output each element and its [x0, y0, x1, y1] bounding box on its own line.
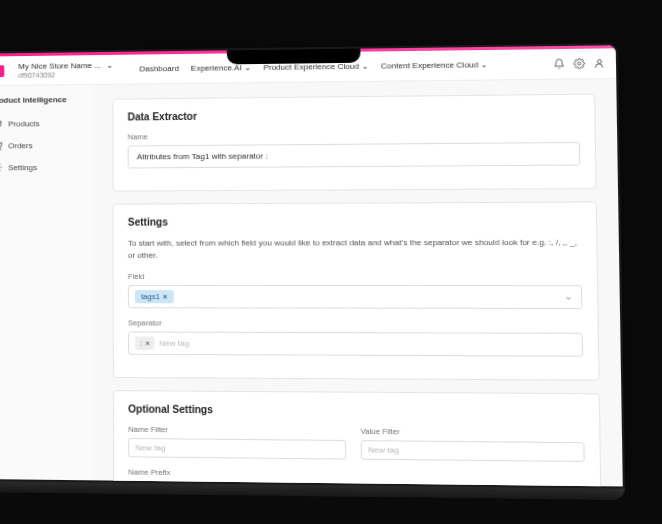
sidebar-item-label: Settings [8, 163, 37, 172]
chevron-down-icon: ⌄ [104, 60, 115, 71]
nav-content-cloud-label: Content Experience Cloud [381, 60, 479, 70]
name-filter-label: Name Filter [128, 425, 346, 436]
separator-input[interactable]: : × New tag [128, 331, 583, 356]
settings-card: Settings To start with, select from whic… [113, 201, 600, 380]
store-name-text: My Nice Store Name ... [18, 61, 101, 72]
value-filter-input[interactable]: New tag [361, 440, 585, 462]
brand-logo[interactable] [0, 65, 4, 77]
separator-tag-text: : [140, 339, 142, 348]
nav-experience-ai-label: Experience.AI [191, 63, 242, 73]
store-switcher[interactable]: My Nice Store Name ... ⌄ df90743092 [18, 60, 115, 80]
svg-point-0 [578, 62, 581, 65]
user-icon[interactable] [594, 58, 606, 69]
chevron-down-icon: ⌄ [361, 62, 368, 71]
nav-dashboard[interactable]: Dashboard [139, 64, 179, 73]
chevron-down-icon: ⌄ [244, 63, 251, 72]
main-content: Data Extractor Name Settings To start wi… [92, 79, 622, 486]
cart-icon [0, 140, 2, 150]
card-title: Settings [128, 215, 581, 228]
field-label: Field [128, 272, 582, 281]
field-select[interactable]: tags1 × [128, 285, 583, 309]
name-filter-placeholder: New tag [135, 443, 165, 452]
sidebar-item-label: Products [8, 119, 40, 128]
separator-placeholder: New tag [159, 339, 189, 348]
field-tag-text: tags1 [141, 292, 160, 301]
settings-description: To start with, select from which field y… [128, 237, 582, 262]
svg-point-1 [597, 60, 601, 64]
name-label: Name [128, 129, 580, 142]
separator-tag[interactable]: : × [135, 337, 155, 350]
sidebar-item-label: Orders [8, 141, 32, 150]
close-icon[interactable]: × [163, 292, 168, 301]
separator-label: Separator [128, 318, 583, 328]
data-extractor-card: Data Extractor Name [112, 94, 596, 192]
optional-settings-card: Optional Settings Name Filter New tag Va… [113, 390, 602, 486]
nav-experience-ai[interactable]: Experience.AI ⌄ [191, 63, 251, 73]
name-input[interactable] [128, 142, 581, 169]
name-filter-input[interactable]: New tag [128, 438, 346, 460]
svg-point-3 [0, 149, 1, 150]
card-title: Optional Settings [128, 403, 584, 418]
gear-icon[interactable] [573, 58, 585, 69]
sidebar-item-orders[interactable]: Orders [0, 136, 84, 155]
gear-icon [0, 162, 2, 172]
sidebar-item-settings[interactable]: Settings [0, 158, 84, 177]
chevron-down-icon: ⌄ [480, 60, 487, 69]
close-icon[interactable]: × [145, 339, 149, 348]
nav-content-cloud[interactable]: Content Experience Cloud ⌄ [381, 60, 488, 70]
bell-icon[interactable] [553, 58, 565, 69]
laptop-notch [227, 49, 361, 65]
value-filter-placeholder: New tag [368, 445, 399, 455]
app-screen: My Nice Store Name ... ⌄ df90743092 Dash… [0, 43, 625, 488]
field-tag[interactable]: tags1 × [135, 290, 173, 303]
sidebar: Product Intelligence Products Orders Set… [0, 85, 93, 480]
sidebar-item-products[interactable]: Products [0, 114, 84, 133]
box-icon [0, 119, 2, 129]
card-title: Data Extractor [128, 107, 580, 122]
sidebar-section-title: Product Intelligence [0, 95, 84, 105]
store-id-text: df90743092 [18, 71, 115, 80]
value-filter-label: Value Filter [361, 427, 585, 438]
